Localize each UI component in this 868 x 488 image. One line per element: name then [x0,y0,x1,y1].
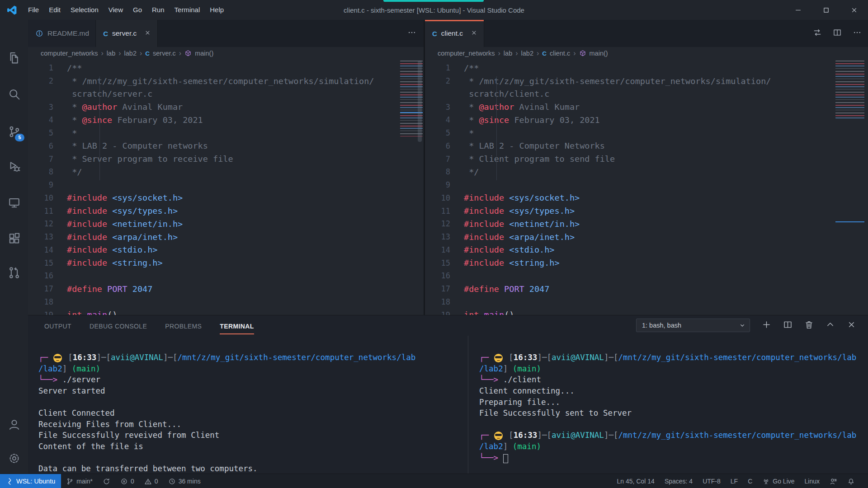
status-indentation[interactable]: Spaces: 4 [660,474,698,488]
tab-server.c[interactable]: Cserver.c [96,20,158,47]
menu-help[interactable]: Help [205,0,229,20]
breadcrumb-separator: › [498,49,500,57]
breadcrumb-folder[interactable]: lab2 [521,50,533,57]
status-label: 0 [155,478,158,485]
close-panel-button[interactable] [847,320,856,331]
activity-settings[interactable] [0,449,28,467]
menu-go[interactable]: Go [128,0,147,20]
menu-edit[interactable]: Edit [44,0,66,20]
more-actions-icon [853,28,862,37]
status-encoding[interactable]: UTF-8 [698,474,726,488]
activity-run-and-debug[interactable] [0,157,28,175]
activity-search[interactable] [0,85,28,103]
line-number: 2 [28,76,53,85]
code-line: 15#include <string.h> [28,256,424,269]
activity-extensions[interactable] [0,230,28,248]
menu-view[interactable]: View [104,0,128,20]
tab-label: server.c [112,29,137,38]
menu-terminal[interactable]: Terminal [170,0,205,20]
status-cursor-position[interactable]: Ln 45, Col 14 [612,474,660,488]
breadcrumb-file[interactable]: client.c [550,50,570,57]
status-os[interactable]: Linux [800,474,825,488]
breadcrumb-file[interactable]: server.c [153,50,176,57]
terminal-select[interactable]: 1: bash, bash [636,319,750,332]
terminal-right[interactable]: ┌─ [16:33]─[avii@AVINAL]─[/mnt/z/my_git/… [479,352,867,463]
code-text: #include <arpa/inet.h> [464,232,575,242]
activity-pull-requests[interactable] [0,263,28,282]
status-language-mode[interactable]: C [743,474,757,488]
code-line: 19int main() [28,308,424,315]
line-number: 12 [425,219,450,228]
status-warnings[interactable]: 0 [139,474,163,488]
more-actions-button[interactable] [407,28,416,39]
code-text: #include <sys/types.h> [464,206,575,216]
breadcrumb-folder[interactable]: computer_networks [438,50,495,57]
terminal-left[interactable]: ┌─ [16:33]─[avii@AVINAL]─[/mnt/z/my_git/… [38,352,467,474]
status-label: 36 mins [179,478,201,485]
status-sync[interactable] [98,474,115,488]
breadcrumb-folder[interactable]: lab2 [124,50,137,57]
status-session-time[interactable]: 36 mins [163,474,206,488]
maximize-button[interactable] [812,0,840,20]
status-git-branch[interactable]: main* [61,474,98,488]
activity-account[interactable] [0,415,28,433]
line-number: 17 [425,284,450,293]
kill-terminal-button[interactable] [804,320,814,331]
code-text: /** [67,63,82,73]
close-tab-icon[interactable] [144,29,151,38]
new-terminal-button[interactable] [762,320,771,331]
code-text: * Client program to send file [464,154,615,164]
code-line: 13#include <arpa/inet.h> [425,230,868,244]
terminal-line: File Successfully sent to Server [479,408,867,419]
status-eol[interactable]: LF [726,474,743,488]
editor-client.c[interactable]: 1/**2 * /mnt/z/my_git/sixth-semester/com… [425,60,868,315]
breadcrumb-symbol[interactable]: main() [590,50,608,57]
split-editor-button[interactable] [833,28,842,39]
panel-tab-debug-console[interactable]: DEBUG CONSOLE [90,317,147,334]
status-errors[interactable]: 0 [115,474,139,488]
scrollbar[interactable] [418,61,422,142]
chevron-down-icon [739,322,746,329]
line-number: 7 [28,155,53,164]
tab-README.md[interactable]: README.md [28,20,96,47]
line-number: 14 [28,245,53,254]
status-notifications[interactable] [842,474,860,488]
menu-file[interactable]: File [23,0,44,20]
breadcrumb-folder[interactable]: computer_networks [41,50,98,57]
status-bar: WSL: Ubuntumain*0036 mins Ln 45, Col 14S… [0,474,868,488]
minimize-button[interactable] [784,0,812,20]
editor-server.c[interactable]: 1/**2 * /mnt/z/my_git/sixth-semester/com… [28,60,424,315]
menu-selection[interactable]: Selection [66,0,104,20]
activity-bar: 5 [0,20,28,474]
panel-tab-terminal[interactable]: TERMINAL [220,317,254,334]
activity-explorer[interactable] [0,49,28,67]
maximize-panel-button[interactable] [826,320,835,331]
close-tab-icon[interactable] [471,29,477,38]
open-changes-icon [813,28,822,37]
close-button[interactable] [840,0,868,20]
menu-run[interactable]: Run [147,0,170,20]
breadcrumb-folder[interactable]: lab [107,50,115,57]
open-changes-button[interactable] [813,28,822,39]
breadcrumb-folder[interactable]: lab [504,50,512,57]
more-actions-button[interactable] [853,28,862,39]
status-label: Go Live [773,478,794,485]
terminal-split-divider[interactable] [468,336,468,474]
activity-remote-explorer[interactable] [0,193,28,211]
split-terminal-button[interactable] [783,320,793,331]
line-number: 6 [425,141,450,150]
status-feedback[interactable] [825,474,842,488]
line-number: 10 [425,193,450,202]
panel-tab-output[interactable]: OUTPUT [44,317,71,334]
code-text: #include <netinet/in.h> [67,219,183,229]
panel-tab-problems[interactable]: PROBLEMS [165,317,202,334]
run-and-debug-icon [8,160,21,173]
code-text: #include <stdio.h> [67,245,158,254]
tab-client.c[interactable]: Cclient.c [425,20,484,47]
status-go-live[interactable]: Go Live [757,474,799,488]
breadcrumb-symbol[interactable]: main() [195,50,213,57]
line-number: 6 [28,141,53,150]
activity-source-control[interactable]: 5 [0,122,28,141]
status-remote-indicator[interactable]: WSL: Ubuntu [0,474,61,488]
minimap[interactable] [835,61,864,118]
